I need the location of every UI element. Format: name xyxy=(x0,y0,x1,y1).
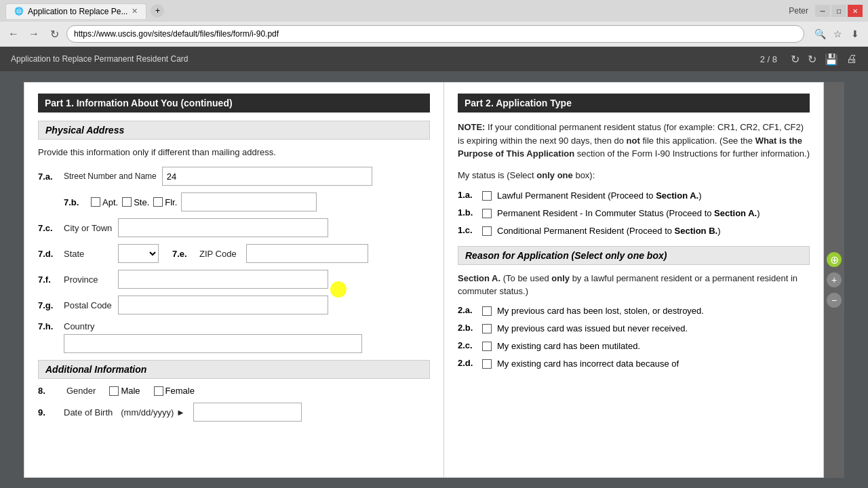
note-label: NOTE: xyxy=(458,122,485,132)
field-7b-input[interactable] xyxy=(181,192,317,211)
win-user-label: Peter xyxy=(789,6,808,16)
flr-checkbox[interactable] xyxy=(153,197,163,207)
field-7d-7e-row: 7.d. State ALAKAZAR CACOCTDE FLGAHIID IL… xyxy=(38,244,430,263)
minimize-button[interactable]: ─ xyxy=(815,5,830,17)
status-1c-checkbox[interactable] xyxy=(482,226,492,236)
status-select-note: (Select xyxy=(507,170,536,180)
reason-2b-number: 2.b. xyxy=(458,323,477,333)
window-controls: Peter ─ □ ✕ xyxy=(789,5,863,17)
toolbar-icons: 🔍 ☆ ⬇ xyxy=(812,26,863,41)
female-label: Female xyxy=(165,386,195,396)
scroll-plus-button[interactable]: + xyxy=(827,272,842,287)
browser-tab[interactable]: 🌐 Application to Replace Pe... ✕ xyxy=(5,3,146,19)
status-1c-text: Conditional Permanent Resident (Proceed … xyxy=(497,225,721,237)
pdf-save-button[interactable]: 💾 xyxy=(825,53,838,66)
navigation-bar: ← → ↻ 🔍 ☆ ⬇ xyxy=(0,22,868,46)
reason-2a-checkbox[interactable] xyxy=(482,306,492,316)
reason-2d-checkbox[interactable] xyxy=(482,359,492,369)
status-1b-text: Permanent Resident - In Commuter Status … xyxy=(497,207,760,220)
ste-label: Ste. xyxy=(134,197,149,207)
maximize-button[interactable]: □ xyxy=(831,5,846,17)
status-select-bold: only one xyxy=(536,170,572,180)
apt-checkbox-item: Apt. xyxy=(91,197,118,207)
field-7d-label: State xyxy=(64,249,84,259)
reason-2c-checkbox[interactable] xyxy=(482,342,492,351)
field-7h-input[interactable] xyxy=(64,334,362,353)
status-1a-row: 1.a. Lawful Permanent Resident (Proceed … xyxy=(458,190,810,202)
section-a-bold: only xyxy=(551,273,570,283)
status-1b-row: 1.b. Permanent Resident - In Commuter St… xyxy=(458,207,810,220)
new-tab-button[interactable]: + xyxy=(151,4,164,18)
physical-address-header: Physical Address xyxy=(38,121,430,140)
field-7f-number: 7.f. xyxy=(38,274,60,285)
close-button[interactable]: ✕ xyxy=(848,5,863,17)
field-7a-input[interactable] xyxy=(162,167,372,186)
female-checkbox-item: Female xyxy=(154,386,195,396)
field-7g-input[interactable] xyxy=(118,296,328,314)
field-7c-input[interactable] xyxy=(118,218,328,237)
right-panel: Part 2. Application Type NOTE: If your c… xyxy=(444,82,824,478)
pdf-prev-button[interactable]: ↻ xyxy=(808,53,816,66)
reason-2c-row: 2.c. My existing card has been mutilated… xyxy=(458,340,810,352)
status-1c-row: 1.c. Conditional Permanent Resident (Pro… xyxy=(458,225,810,237)
scroll-minus-button[interactable]: − xyxy=(827,293,842,308)
female-checkbox[interactable] xyxy=(154,386,163,396)
reason-2b-checkbox[interactable] xyxy=(482,324,492,333)
field-7c-row: 7.c. City or Town xyxy=(38,218,430,237)
field-9-row: 9. Date of Birth (mm/dd/yyyy) ► xyxy=(38,403,430,422)
reason-2d-number: 2.d. xyxy=(458,358,477,368)
status-label: My status is xyxy=(458,170,505,180)
back-button[interactable]: ← xyxy=(5,26,22,42)
download-icon[interactable]: ⬇ xyxy=(848,26,863,41)
reason-2a-number: 2.a. xyxy=(458,305,477,315)
male-label: Male xyxy=(121,386,140,396)
ste-checkbox[interactable] xyxy=(122,197,132,207)
field-7e-number: 7.e. xyxy=(172,249,194,259)
section-a-label: Section A. xyxy=(458,273,500,283)
status-1c-number: 1.c. xyxy=(458,225,477,235)
field-8-row: 8. Gender Male Female xyxy=(38,386,430,396)
pdf-title: Application to Replace Permanent Residen… xyxy=(11,54,760,64)
star-icon[interactable]: ☆ xyxy=(830,26,845,41)
refresh-button[interactable]: ↻ xyxy=(46,26,62,42)
address-bar[interactable] xyxy=(66,25,804,43)
search-icon[interactable]: 🔍 xyxy=(812,26,827,41)
browser-chrome: 🌐 Application to Replace Pe... ✕ + Peter… xyxy=(0,0,868,47)
reason-2c-text: My existing card has been mutilated. xyxy=(497,340,640,352)
field-9-label: Date of Birth xyxy=(64,407,113,418)
ste-checkbox-item: Ste. xyxy=(122,197,149,207)
status-1a-number: 1.a. xyxy=(458,190,477,200)
apt-ste-flr-row: Apt. Ste. Flr. xyxy=(91,192,317,211)
field-7b-row: 7.b. Apt. Ste. Flr. xyxy=(64,192,430,211)
field-7a-row: 7.a. Street Number and Name xyxy=(38,167,430,186)
field-7f-label: Province xyxy=(64,274,98,285)
male-checkbox[interactable] xyxy=(109,386,119,396)
field-7g-row: 7.g. Postal Code xyxy=(38,296,430,314)
field-9-input[interactable] xyxy=(193,403,302,422)
reason-2b-text: My previous card was issued but never re… xyxy=(497,323,688,335)
status-1b-checkbox[interactable] xyxy=(482,209,492,218)
pdf-refresh-button[interactable]: ↻ xyxy=(791,53,800,66)
section-a-text: Section A. (To be used only by a lawful … xyxy=(458,272,810,298)
forward-button[interactable]: → xyxy=(26,26,42,42)
info-text: Provide this information only if differe… xyxy=(38,146,430,159)
scroll-center-button[interactable]: ⊕ xyxy=(827,252,842,267)
tab-title: Application to Replace Pe... xyxy=(28,7,127,16)
reason-2d-text: My existing card has incorrect data beca… xyxy=(497,358,679,370)
field-7d-state-select[interactable]: ALAKAZAR CACOCTDE FLGAHIID ILINIAKS KYLA… xyxy=(118,244,159,263)
field-7c-number: 7.c. xyxy=(38,223,60,233)
field-9-hint: (mm/dd/yyyy) ► xyxy=(121,407,184,418)
section-a-text1: (To be used xyxy=(503,273,552,283)
pdf-content: Part 1. Information About You (continued… xyxy=(0,71,868,488)
status-1a-checkbox[interactable] xyxy=(482,191,492,201)
field-7c-label: City or Town xyxy=(64,223,112,233)
field-7h-number: 7.h. xyxy=(38,321,60,331)
apt-checkbox[interactable] xyxy=(91,197,100,207)
field-8-label: Gender xyxy=(66,386,96,396)
field-7e-input[interactable] xyxy=(246,244,368,263)
field-7f-input[interactable] xyxy=(118,270,328,289)
reason-2a-text: My previous card has been lost, stolen, … xyxy=(497,305,704,317)
field-9-number: 9. xyxy=(38,407,60,418)
pdf-print-button[interactable]: 🖨 xyxy=(846,53,857,66)
tab-close-button[interactable]: ✕ xyxy=(132,7,138,16)
